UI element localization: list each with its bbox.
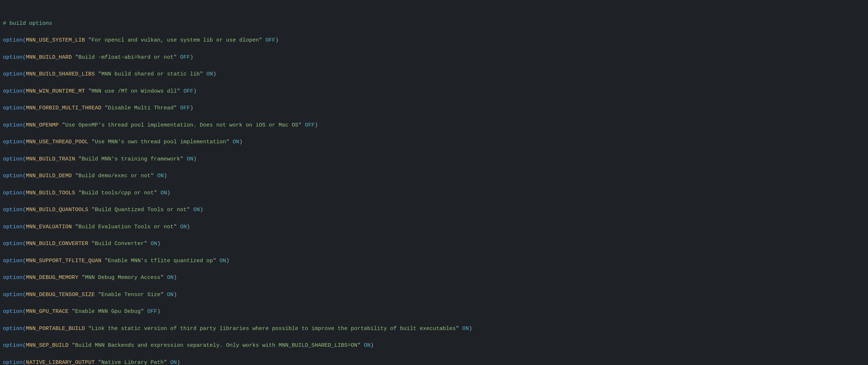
option-name: MNN_FORBID_MULTI_THREAD [26, 105, 101, 111]
option-description: Link the static version of third party l… [92, 326, 456, 332]
option-line: option(MNN_BUILD_TOOLS "Build tools/cpp … [3, 189, 865, 197]
option-value: ON [167, 292, 174, 298]
option-name: MNN_EVALUATION [26, 224, 72, 230]
option-line: option(MNN_DEBUG_MEMORY "MNN Debug Memor… [3, 273, 865, 282]
option-name: MNN_BUILD_QUANTOOLS [26, 207, 88, 213]
option-value: OFF [147, 308, 157, 315]
option-name: MNN_BUILD_TOOLS [26, 190, 75, 196]
option-description: Enable Tensor Size [101, 292, 160, 298]
option-name: MNN_BUILD_CONVERTER [26, 241, 88, 247]
option-name: MNN_DEBUG_MEMORY [26, 275, 78, 281]
option-line: option(MNN_BUILD_DEMO "Build demo/exec o… [3, 172, 865, 180]
code-block: # build options [3, 2, 865, 36]
option-value: ON [364, 342, 370, 349]
option-value: OFF [305, 122, 315, 128]
option-value: ON [180, 224, 187, 230]
option-line: option(MNN_FORBID_MULTI_THREAD "Disable … [3, 104, 865, 112]
option-name: MNN_PORTABLE_BUILD [26, 326, 85, 332]
option-line: option(MNN_OPENMP "Use OpenMP's thread p… [3, 121, 865, 129]
option-name: MNN_USE_SYSTEM_LIB [26, 37, 85, 43]
option-name: MNN_USE_THREAD_POOL [26, 139, 88, 145]
option-name: NATIVE_LIBRARY_OUTPUT [26, 360, 95, 365]
option-value: ON [219, 258, 226, 264]
option-line: option(MNN_USE_SYSTEM_LIB "For opencl an… [3, 36, 865, 44]
option-description: For opencl and vulkan, use system lib or… [92, 37, 259, 43]
option-description: Build Converter [95, 241, 144, 247]
comment-line: # build options [3, 19, 865, 28]
option-value: ON [167, 275, 174, 281]
option-description: Enable MNN's tflite quantized op [108, 258, 213, 264]
option-description: Build Evaluation Tools or not [78, 224, 174, 230]
option-line: option(MNN_BUILD_SHARED_LIBS "MNN build … [3, 70, 865, 78]
option-name: MNN_BUILD_DEMO [26, 173, 72, 179]
option-value: ON [462, 326, 469, 332]
options-block: option(MNN_USE_SYSTEM_LIB "For opencl an… [3, 36, 865, 365]
option-name: MNN_OPENMP [26, 122, 59, 128]
option-description: Native Library Path [101, 360, 164, 365]
option-value: ON [206, 71, 213, 77]
option-line: option(MNN_BUILD_CONVERTER "Build Conver… [3, 240, 865, 248]
option-description: MNN use /MT on Windows dll [92, 88, 177, 94]
option-line: option(MNN_PORTABLE_BUILD "Link the stat… [3, 325, 865, 333]
option-value: ON [170, 360, 177, 365]
option-name: MNN_BUILD_SHARED_LIBS [26, 71, 95, 77]
option-description: Disable Multi Thread [108, 105, 174, 111]
option-name: MNN_BUILD_HARD [26, 54, 72, 61]
option-name: MNN_SEP_BUILD [26, 342, 69, 349]
option-line: option(MNN_BUILD_QUANTOOLS "Build Quanti… [3, 206, 865, 214]
option-value: OFF [180, 105, 190, 111]
option-value: ON [193, 207, 200, 213]
option-line: option(MNN_SUPPORT_TFLITE_QUAN "Enable M… [3, 257, 865, 265]
option-value: ON [160, 190, 167, 196]
option-value: OFF [265, 37, 275, 43]
option-line: option(MNN_GPU_TRACE "Enable MNN Gpu Deb… [3, 307, 865, 316]
option-line: option(MNN_DEBUG_TENSOR_SIZE "Enable Ten… [3, 291, 865, 299]
option-line: option(MNN_EVALUATION "Build Evaluation … [3, 223, 865, 231]
option-value: ON [233, 139, 239, 145]
option-description: Build MNN's training framework [82, 156, 180, 162]
option-name: MNN_GPU_TRACE [26, 308, 69, 315]
option-description: Build Quantized Tools or not [95, 207, 187, 213]
option-line: option(MNN_USE_THREAD_POOL "Use MNN's ow… [3, 138, 865, 146]
option-description: Build demo/exec or not [78, 173, 151, 179]
option-description: Enable MNN Gpu Debug [75, 308, 141, 315]
option-value: ON [157, 173, 164, 179]
option-value: OFF [180, 54, 190, 61]
option-description: MNN build shared or static lib [101, 71, 200, 77]
option-value: ON [151, 241, 157, 247]
option-description: Use OpenMP's thread pool implementation.… [65, 122, 298, 128]
option-name: MNN_WIN_RUNTIME_MT [26, 88, 85, 94]
option-name: MNN_BUILD_TRAIN [26, 156, 75, 162]
option-line: option(NATIVE_LIBRARY_OUTPUT "Native Lib… [3, 358, 865, 365]
option-line: option(MNN_BUILD_TRAIN "Build MNN's trai… [3, 155, 865, 163]
option-value: OFF [183, 88, 193, 94]
option-description: Build -mfloat-abi=hard or not [78, 54, 174, 61]
option-value: ON [187, 156, 193, 162]
option-line: option(MNN_BUILD_HARD "Build -mfloat-abi… [3, 53, 865, 62]
option-description: Use MNN's own thread pool implementation [95, 139, 226, 145]
option-description: MNN Debug Memory Access [85, 275, 160, 281]
option-name: MNN_DEBUG_TENSOR_SIZE [26, 292, 95, 298]
option-name: MNN_SUPPORT_TFLITE_QUAN [26, 258, 101, 264]
option-description: Build MNN Backends and expression separa… [75, 342, 357, 349]
option-line: option(MNN_SEP_BUILD "Build MNN Backends… [3, 341, 865, 350]
option-description: Build tools/cpp or not [82, 190, 154, 196]
option-line: option(MNN_WIN_RUNTIME_MT "MNN use /MT o… [3, 87, 865, 96]
